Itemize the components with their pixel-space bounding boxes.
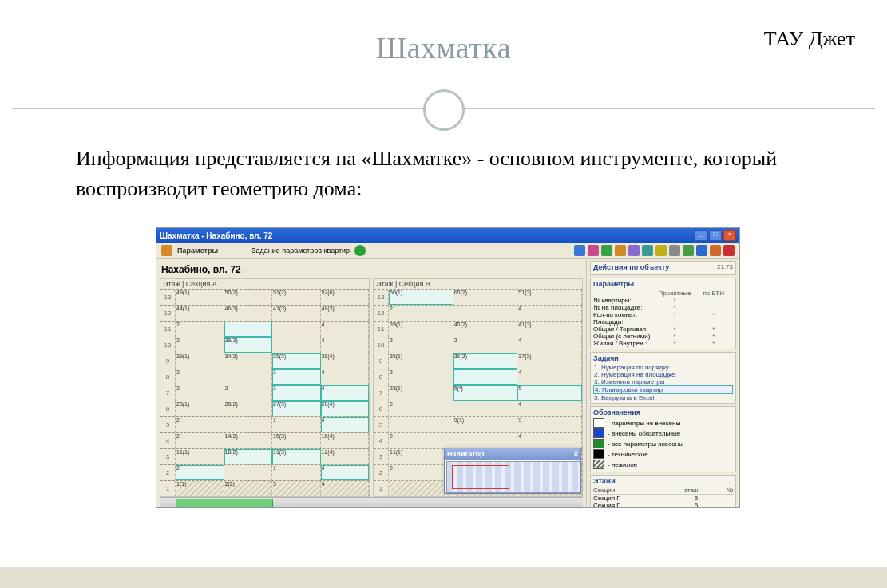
apartment-cell[interactable]: 4 — [517, 433, 582, 448]
apartment-cell[interactable]: 4 — [517, 337, 582, 353]
apartment-cell[interactable]: 2 — [389, 337, 453, 353]
apartment-cell[interactable]: 1(1) — [176, 481, 224, 496]
chart-icon[interactable] — [696, 245, 707, 256]
apartment-cell[interactable]: 1 — [272, 369, 321, 385]
printer-icon[interactable] — [601, 245, 612, 256]
apartment-cell[interactable]: 3 — [272, 481, 321, 496]
task-item[interactable]: 2. Нумерация на площадке — [593, 371, 733, 378]
clipboard-icon[interactable] — [655, 245, 667, 256]
task-item[interactable]: 5. Выгрузить в Excel — [593, 394, 733, 401]
apartment-cell[interactable]: 39(1) — [176, 353, 224, 369]
apartment-cell[interactable]: 46(3) — [224, 306, 273, 321]
apartment-cell[interactable]: 28(4) — [321, 401, 370, 416]
globe-icon[interactable] — [574, 245, 585, 256]
apartment-cell[interactable] — [453, 369, 518, 385]
apartment-cell[interactable]: 4 — [321, 385, 370, 401]
apartment-cell[interactable] — [224, 465, 273, 480]
apartment-cell[interactable]: 44(1) — [176, 306, 224, 321]
apartment-cell[interactable] — [224, 369, 273, 385]
apartment-cell[interactable]: 1 — [272, 417, 321, 432]
apartment-cell[interactable] — [453, 401, 518, 416]
apartment-cell[interactable]: 2 — [453, 337, 518, 353]
grid-icon[interactable] — [683, 245, 694, 256]
apartment-cell[interactable]: 4 — [321, 369, 370, 385]
apartment-cell[interactable]: 16(4) — [321, 433, 370, 448]
apartment-cell[interactable]: 2 — [176, 322, 224, 337]
apartment-cell[interactable]: 11(1) — [176, 449, 224, 464]
apartment-cell[interactable]: 2 — [389, 306, 453, 321]
tree-icon[interactable] — [642, 245, 653, 256]
apartment-cell[interactable]: 1 — [272, 385, 321, 401]
apartment-cell[interactable]: 2(2) — [224, 481, 273, 496]
apartment-cell[interactable]: 4 — [321, 322, 370, 337]
apartment-cell[interactable]: 51(3) — [517, 290, 582, 305]
apartment-cell[interactable]: 1 — [272, 465, 321, 480]
wand-icon[interactable] — [628, 245, 640, 256]
apartment-cell[interactable] — [453, 433, 518, 448]
apartment-cell[interactable]: 4 — [321, 465, 370, 480]
apartment-cell[interactable]: 50(2) — [224, 290, 273, 305]
navigator-viewport[interactable] — [452, 465, 509, 489]
user-icon[interactable] — [588, 245, 599, 256]
apartment-cell[interactable]: 5 — [517, 385, 582, 401]
apartment-cell[interactable]: 5(*) — [453, 385, 518, 401]
minimize-button[interactable]: _ — [695, 230, 707, 241]
house-icon[interactable] — [615, 245, 626, 256]
apartment-cell[interactable]: 2 — [389, 401, 453, 416]
apartment-cell[interactable]: 14(2) — [224, 433, 273, 448]
apartment-cell[interactable]: 35(3) — [272, 353, 321, 369]
apartment-cell[interactable]: 11(3) — [272, 449, 321, 464]
apartment-cell[interactable]: 60(2) — [453, 290, 518, 305]
maximize-button[interactable]: □ — [709, 230, 722, 241]
apartment-cell[interactable]: 12(4) — [321, 449, 370, 464]
scrollbar-thumb[interactable] — [176, 499, 273, 507]
task-item[interactable]: 4. Планировки квартир — [593, 385, 733, 394]
apartment-cell[interactable]: 34(2) — [224, 353, 273, 369]
apartment-cell[interactable]: 9 — [517, 417, 582, 432]
apartment-cell[interactable]: 38(3) — [224, 337, 273, 353]
apartment-cell[interactable]: 37(3) — [517, 353, 582, 369]
apartment-cell[interactable]: 15(3) — [272, 433, 321, 448]
settings-icon[interactable] — [161, 245, 172, 256]
apartment-cell[interactable] — [272, 322, 321, 337]
apartment-cell[interactable]: 27(3) — [272, 401, 321, 416]
apartment-cell[interactable]: 49(1) — [176, 290, 224, 305]
undo-icon[interactable] — [354, 245, 366, 256]
apartment-cell[interactable]: 36(2) — [453, 353, 518, 369]
apartment-cell[interactable]: 2 — [176, 337, 224, 353]
apartment-cell[interactable]: 52(6) — [321, 290, 370, 305]
apartment-cell[interactable]: 2 — [176, 369, 224, 385]
apartment-cell[interactable]: 2 — [176, 385, 224, 401]
apartment-cell[interactable] — [389, 417, 453, 432]
apartment-cell[interactable]: 28(2) — [224, 401, 273, 416]
close-button[interactable]: × — [723, 230, 736, 241]
apartment-cell[interactable] — [224, 322, 273, 337]
apartment-cell[interactable]: 40(2) — [453, 322, 518, 337]
apartment-cell[interactable]: 36(4) — [321, 353, 370, 369]
apartment-cell[interactable]: 9(1) — [453, 417, 518, 432]
floors-row[interactable]: Секция Г5 — [593, 495, 733, 502]
apartment-cell[interactable]: 23(1) — [389, 385, 453, 401]
apartment-cell[interactable] — [453, 306, 518, 321]
apartment-cell[interactable]: 2 — [176, 465, 224, 480]
apartment-cell[interactable]: 4 — [321, 417, 370, 432]
titlebar[interactable]: Шахматка - Нахабино, вл. 72 _ □ × — [156, 228, 739, 243]
apartment-cell[interactable]: 2 — [389, 369, 453, 385]
refresh-red-icon[interactable] — [723, 245, 735, 256]
apartment-cell[interactable]: 39(1) — [389, 322, 453, 337]
apartment-cell[interactable]: 51(2) — [272, 290, 321, 305]
apartment-cell[interactable]: 50(1) — [389, 290, 453, 305]
navigator-popup[interactable]: Навигатор × — [444, 448, 581, 494]
apartment-cell[interactable]: 41(3) — [517, 322, 582, 337]
apartment-cell[interactable]: 4 — [321, 481, 370, 496]
apartment-cell[interactable]: 2 — [176, 417, 224, 432]
apartment-cell[interactable]: 4 — [517, 401, 582, 416]
apartment-cell[interactable]: 48(3) — [321, 306, 370, 321]
actions-link[interactable]: 21.73 — [717, 263, 733, 271]
apartment-cell[interactable]: 2 — [389, 433, 453, 448]
apartment-cell[interactable]: 10(2) — [224, 449, 273, 464]
apartment-cell[interactable]: 4 — [517, 306, 582, 321]
calc-icon[interactable] — [710, 245, 721, 256]
apartment-cell[interactable]: 35(1) — [389, 353, 453, 369]
horizontal-scrollbar[interactable] — [160, 497, 583, 507]
